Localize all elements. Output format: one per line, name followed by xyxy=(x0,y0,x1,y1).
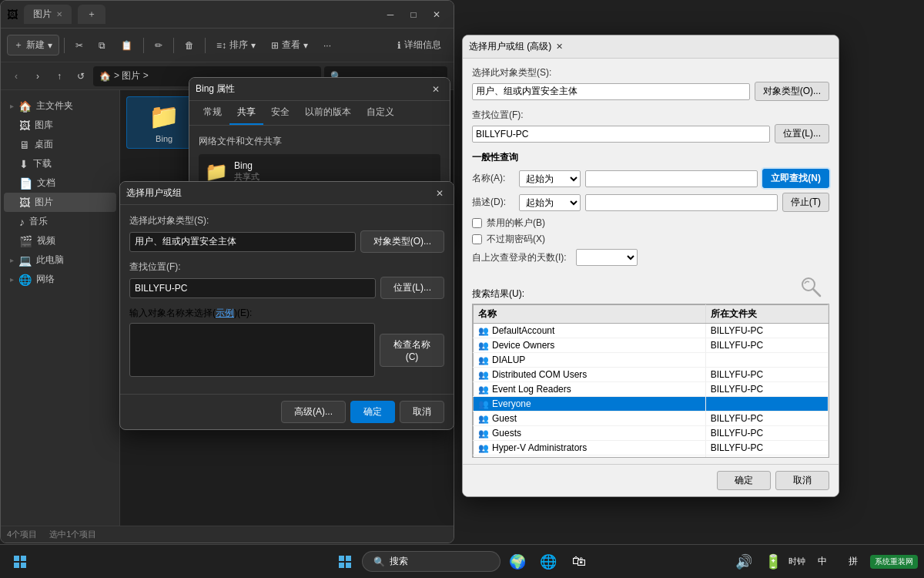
adv-noexpire-checkbox[interactable] xyxy=(472,234,482,244)
adv-ok-btn[interactable]: 确定 xyxy=(717,471,771,490)
view-button[interactable]: ⊞ 查看 ▾ xyxy=(265,35,314,55)
result-name: 👥Distributed COM Users xyxy=(474,368,706,382)
cut-icon: ✂ xyxy=(75,40,83,51)
new-tab-button[interactable]: ＋ xyxy=(78,5,105,24)
table-row[interactable]: 👥GuestBILLYFU-PC xyxy=(474,412,829,426)
adv-desc-select[interactable]: 起始为 xyxy=(519,194,581,211)
adv-stop-btn[interactable]: 停止(T) xyxy=(782,193,829,212)
example-link[interactable]: 示例 xyxy=(216,307,234,318)
tab-general[interactable]: 常规 xyxy=(196,101,229,125)
toolbar-separator-2 xyxy=(143,38,144,53)
start-menu-button[interactable] xyxy=(331,548,359,576)
up-button[interactable]: ↑ xyxy=(50,67,69,86)
sidebar-item-downloads[interactable]: ⬇ 下载 xyxy=(4,154,116,173)
adv-name-select[interactable]: 起始为 xyxy=(519,170,581,187)
maximize-button[interactable]: □ xyxy=(403,4,424,25)
adv-select-type-input[interactable] xyxy=(472,83,750,100)
taskbar-search[interactable]: 🔍 搜索 xyxy=(362,551,500,572)
delete-button[interactable]: 🗑 xyxy=(179,37,200,54)
volume-tray-icon[interactable]: 🔋 xyxy=(759,548,787,576)
object-type-button[interactable]: 对象类型(O)... xyxy=(360,230,444,253)
notification-badge[interactable]: 系统重装网 xyxy=(870,555,918,569)
sidebar-item-pictures[interactable]: 🖼 图片 xyxy=(4,193,116,212)
adv-name-label: 名称(A): xyxy=(472,172,514,185)
sort-button[interactable]: ≡↕ 排序 ▾ xyxy=(210,35,262,55)
sidebar-item-this-pc[interactable]: ▸ 💻 此电脑 xyxy=(4,250,116,270)
tab-security[interactable]: 安全 xyxy=(263,101,297,125)
table-row[interactable]: 👥DefaultAccountBILLYFU-PC xyxy=(474,324,829,338)
taskbar-store-btn[interactable]: 🛍 xyxy=(565,548,593,576)
back-button[interactable]: ‹ xyxy=(7,67,25,86)
result-location: BILLYFU-PC xyxy=(705,368,828,382)
adv-name-value-input[interactable] xyxy=(585,170,758,187)
bing-props-close[interactable]: ✕ xyxy=(428,82,444,97)
tab-close-icon[interactable]: ✕ xyxy=(56,10,62,18)
table-row[interactable]: 👥Device OwnersBILLYFU-PC xyxy=(474,338,829,353)
docs-icon: 📄 xyxy=(19,177,32,190)
table-row[interactable]: 👥Hyper-V AdministratorsBILLYFU-PC xyxy=(474,441,829,455)
object-name-textarea[interactable] xyxy=(129,323,375,377)
taskbar-edge-btn[interactable]: 🌐 xyxy=(534,548,562,576)
minimize-button[interactable]: ─ xyxy=(380,4,401,25)
table-row[interactable]: 👥Event Log ReadersBILLYFU-PC xyxy=(474,382,829,397)
sidebar-item-documents[interactable]: 📄 文档 xyxy=(4,173,116,193)
forward-button[interactable]: › xyxy=(28,67,47,86)
start-button[interactable] xyxy=(6,548,34,576)
adv-days-select[interactable] xyxy=(576,249,638,266)
close-button[interactable]: ✕ xyxy=(426,4,447,25)
table-row[interactable]: 👥Distributed COM UsersBILLYFU-PC xyxy=(474,368,829,382)
location-input[interactable] xyxy=(129,278,376,298)
tab-share[interactable]: 共享 xyxy=(229,101,263,125)
advanced-button[interactable]: 高级(A)... xyxy=(281,401,346,423)
desktop-icon: 🖥 xyxy=(19,139,30,151)
refresh-button[interactable]: ↺ xyxy=(72,67,90,86)
watermark-label: 系统重装网 xyxy=(875,557,913,566)
location-button[interactable]: 位置(L)... xyxy=(380,277,444,299)
sidebar-item-home[interactable]: ▸ 🏠 主文件夹 xyxy=(4,96,116,116)
lang-input-btn[interactable]: 中 xyxy=(808,548,836,576)
tab-previous[interactable]: 以前的版本 xyxy=(297,101,359,125)
table-row[interactable]: 👥Everyone xyxy=(474,397,829,412)
network-tray-icon[interactable]: 🔊 xyxy=(730,548,758,576)
select-user-ok[interactable]: 确定 xyxy=(350,401,395,423)
rename-button[interactable]: ✏ xyxy=(149,37,169,54)
explorer-tab[interactable]: 图片 ✕ xyxy=(24,5,72,24)
paste-button[interactable]: 📋 xyxy=(115,37,139,54)
adv-close[interactable]: ✕ xyxy=(551,39,567,55)
adv-results: 搜索结果(U): 名称 所在文件夹 👥DefaultAccountBILLYFU… xyxy=(463,281,839,464)
system-clock[interactable]: 时钟 xyxy=(788,556,805,567)
details-icon: ℹ xyxy=(397,40,401,51)
adv-days-row: 自上次查登录的天数(I): xyxy=(472,249,829,266)
adv-location-input[interactable] xyxy=(472,126,770,143)
sidebar-item-videos[interactable]: 🎬 视频 xyxy=(4,231,116,250)
cut-button[interactable]: ✂ xyxy=(69,37,89,54)
sidebar-item-music[interactable]: ♪ 音乐 xyxy=(4,212,116,231)
adv-disabled-checkbox[interactable] xyxy=(472,218,482,228)
details-button[interactable]: ℹ 详细信息 xyxy=(391,35,447,55)
new-button[interactable]: ＋ 新建 ▾ xyxy=(7,35,59,55)
sidebar-item-network[interactable]: ▸ 🌐 网络 xyxy=(4,270,116,289)
taskbar-folder-btn[interactable]: 🌍 xyxy=(504,548,531,576)
adv-cancel-btn[interactable]: 取消 xyxy=(775,471,829,490)
adv-object-type-btn[interactable]: 对象类型(O)... xyxy=(755,82,829,101)
copy-button[interactable]: ⧉ xyxy=(92,37,112,54)
result-name: 👥Device Owners xyxy=(474,338,706,353)
select-user-close[interactable]: ✕ xyxy=(432,186,447,201)
sort-dropdown-icon: ▾ xyxy=(251,40,256,51)
adv-desc-value-input[interactable] xyxy=(585,194,778,211)
table-row[interactable]: 👥IIS_IUSRSBILLYFU-PC xyxy=(474,455,829,458)
table-row[interactable]: 👥GuestsBILLYFU-PC xyxy=(474,426,829,441)
adv-location-btn[interactable]: 位置(L)... xyxy=(775,124,829,143)
results-inner[interactable]: 名称 所在文件夹 👥DefaultAccountBILLYFU-PC👥Devic… xyxy=(473,304,829,457)
more-button[interactable]: ··· xyxy=(317,37,337,54)
table-row[interactable]: 👥DIALUP xyxy=(474,353,829,368)
object-type-input[interactable] xyxy=(129,232,356,252)
check-names-button[interactable]: 检查名称(C) xyxy=(380,334,444,367)
sidebar-item-desktop[interactable]: 🖥 桌面 xyxy=(4,135,116,154)
tab-custom[interactable]: 自定义 xyxy=(359,101,402,125)
ime-mode-btn[interactable]: 拼 xyxy=(839,548,867,576)
sidebar-item-gallery[interactable]: 🖼 图库 xyxy=(4,116,116,135)
select-user-cancel[interactable]: 取消 xyxy=(400,401,444,423)
result-location: BILLYFU-PC xyxy=(705,412,828,426)
adv-search-btn[interactable]: 立即查找(N) xyxy=(762,169,829,188)
